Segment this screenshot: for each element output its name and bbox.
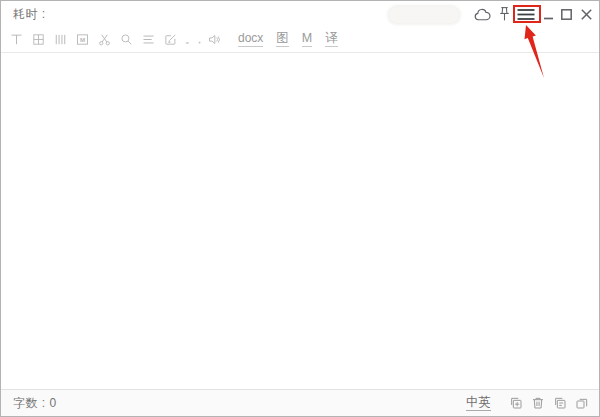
trash-icon[interactable] xyxy=(530,395,546,411)
app-window: 耗时 : xyxy=(0,0,600,417)
annotation-highlight-box xyxy=(513,5,541,23)
word-count-label: 字数 : xyxy=(13,396,46,410)
columns-icon[interactable] xyxy=(53,32,68,47)
word-count: 字数 : 0 xyxy=(13,395,57,412)
paste-image-icon[interactable] xyxy=(508,395,524,411)
maximize-icon[interactable] xyxy=(561,9,572,20)
toolbar: M 。， xyxy=(1,27,599,53)
scissors-icon[interactable] xyxy=(97,32,112,47)
editor-area[interactable] xyxy=(1,53,599,389)
markdown-box-icon[interactable]: M xyxy=(75,32,90,47)
export-docx-button[interactable]: docx xyxy=(238,32,263,47)
minimize-icon[interactable] xyxy=(544,17,553,20)
pin-icon[interactable] xyxy=(498,6,511,22)
elapsed-time-label: 耗时 : xyxy=(1,6,46,23)
close-icon[interactable] xyxy=(581,9,592,20)
cloud-icon[interactable] xyxy=(473,8,491,21)
censored-area xyxy=(389,7,459,23)
copy-icon[interactable] xyxy=(574,395,590,411)
punctuation-icon[interactable]: 。， xyxy=(185,32,200,47)
status-bar-actions: 中英 xyxy=(466,395,590,411)
line-spacing-icon[interactable] xyxy=(141,32,156,47)
speaker-icon[interactable] xyxy=(207,32,222,47)
lang-toggle-button[interactable]: 中英 xyxy=(466,395,491,411)
table-icon[interactable] xyxy=(31,32,46,47)
translate-button[interactable]: 译 xyxy=(325,32,338,47)
word-count-value: 0 xyxy=(50,396,57,410)
edit-icon[interactable] xyxy=(163,32,178,47)
copy-format-icon[interactable] xyxy=(552,395,568,411)
markdown-button[interactable]: M xyxy=(302,32,312,47)
search-icon[interactable] xyxy=(119,32,134,47)
svg-text:M: M xyxy=(80,36,85,43)
view-image-button[interactable]: 图 xyxy=(276,32,289,47)
status-bar: 字数 : 0 中英 xyxy=(1,389,599,416)
title-icon[interactable] xyxy=(9,32,24,47)
title-bar: 耗时 : xyxy=(1,1,599,27)
